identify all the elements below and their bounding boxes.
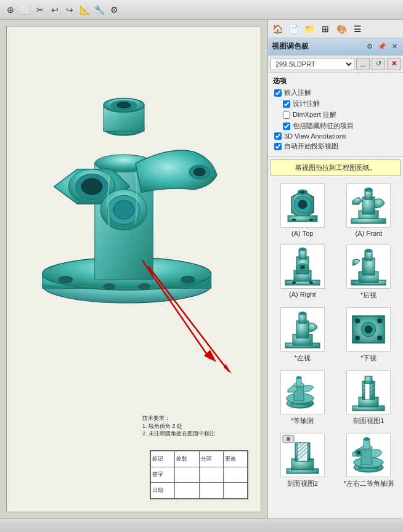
view-label-front: (A) Front — [356, 230, 382, 237]
view-item-bottom[interactable]: *下视 — [337, 305, 401, 365]
view-thumbnail-right — [280, 244, 325, 289]
svg-point-69 — [377, 336, 382, 341]
svg-rect-76 — [296, 377, 301, 386]
view-thumbnail-top — [280, 183, 325, 228]
panel-palette-icon[interactable]: 🎨 — [335, 22, 348, 36]
view-item-front[interactable]: (A) Front — [337, 181, 401, 240]
view-item-top[interactable]: (A) Top — [271, 181, 335, 240]
checkbox-hidden[interactable] — [283, 123, 290, 130]
view-item-left[interactable]: *左视 — [271, 305, 335, 365]
view-label-bottom: *下视 — [360, 353, 377, 363]
svg-marker-43 — [352, 197, 362, 204]
view-item-iso[interactable]: *等轴测 — [271, 368, 335, 428]
view-label-dimetric: *左右二等角轴测 — [344, 479, 394, 488]
toolbar-icon-1[interactable]: ⊕ — [5, 4, 16, 15]
toolbar-icon-3[interactable]: ✂ — [35, 4, 46, 15]
view-label-top: (A) Top — [291, 230, 313, 237]
panel-icons-row: 🏠 📄 📁 ⊞ 🎨 ☰ — [268, 20, 403, 38]
panel-close-btn[interactable]: ✕ — [389, 42, 399, 52]
panel-title-actions: ⚙ 📌 ✕ — [365, 42, 399, 52]
svg-point-32 — [298, 200, 307, 209]
view-item-section2[interactable]: 剖面视图2 — [271, 430, 335, 491]
panel-grid-icon[interactable]: ⊞ — [319, 22, 332, 36]
options-title: 选项 — [273, 76, 398, 86]
panel-list-icon[interactable]: ☰ — [351, 22, 364, 36]
svg-point-106 — [357, 451, 360, 454]
file-refresh-btn[interactable]: ↺ — [372, 58, 385, 70]
toolbar-icon-4[interactable]: ↩ — [49, 4, 60, 15]
view-label-iso: *等轴测 — [291, 416, 314, 425]
views-row-3: *左视 — [271, 305, 401, 365]
model-area — [19, 39, 229, 334]
svg-point-25 — [113, 201, 134, 219]
svg-point-66 — [355, 318, 360, 323]
toolbar-icon-7[interactable]: 🔧 — [94, 4, 105, 15]
option-row-3dview: 3D View Annotations — [273, 132, 398, 140]
hint-bar: 将视图拖拉到工程图图纸。 — [271, 159, 401, 176]
options-section: 选项 输入注解 设计注解 DimXpert 注解 包括隐藏特征的项目 — [268, 73, 403, 157]
svg-point-99 — [287, 438, 289, 440]
svg-point-37 — [309, 219, 313, 221]
toolbar-icon-5[interactable]: ↪ — [64, 4, 75, 15]
svg-point-4 — [181, 276, 195, 283]
view-item-section1[interactable]: 剖面视图1 — [337, 368, 401, 428]
toolbar-icon-6[interactable]: 📐 — [79, 4, 90, 15]
svg-point-34 — [300, 191, 305, 193]
svg-point-17 — [193, 168, 205, 176]
svg-point-68 — [355, 336, 360, 341]
title-block: 标记 处数 分区 更改 签字 日期 — [150, 450, 248, 499]
view-label-right: (A) Right — [289, 291, 315, 298]
svg-point-6 — [139, 284, 150, 289]
svg-rect-35 — [288, 216, 317, 222]
toolbar-icon-2[interactable]: ⬜ — [20, 4, 31, 15]
svg-point-42 — [365, 188, 372, 191]
svg-point-77 — [296, 376, 301, 379]
option-label-design-annot: 设计注解 — [293, 99, 320, 108]
checkbox-dimxpert[interactable] — [283, 111, 290, 119]
file-dropdown[interactable]: 299.SLDPRT — [271, 58, 354, 70]
svg-rect-86 — [365, 381, 370, 400]
view-item-back[interactable]: *后视 — [337, 242, 401, 302]
view-label-left: *左视 — [295, 353, 311, 363]
svg-point-3 — [59, 276, 73, 283]
svg-point-52 — [309, 281, 313, 284]
view-thumbnail-bottom — [346, 307, 391, 352]
option-label-3dview: 3D View Annotations — [284, 132, 346, 140]
panel-home-icon[interactable]: 🏠 — [271, 22, 284, 36]
view-thumbnail-section1 — [346, 370, 391, 414]
model-svg — [19, 39, 229, 334]
svg-marker-29 — [224, 364, 232, 374]
svg-rect-39 — [351, 219, 386, 224]
svg-point-22 — [117, 102, 131, 108]
checkbox-auto-proj[interactable] — [274, 143, 282, 150]
annotation-text: 技术要求： 1. 锐角倒角 2 处 2. 未注明圆角处在图面中标注 — [142, 414, 215, 438]
svg-point-5 — [104, 284, 115, 289]
view-thumbnail-left — [280, 307, 325, 352]
svg-point-51 — [292, 281, 296, 284]
panel-folder-icon[interactable]: 📁 — [303, 22, 316, 36]
panel-title-bar: 视图调色板 ⚙ 📌 ✕ — [268, 38, 403, 55]
view-item-dimetric[interactable]: *左右二等角轴测 — [337, 430, 401, 491]
option-row-dimxpert: DimXpert 注解 — [273, 110, 398, 119]
panel-page-icon[interactable]: 📄 — [287, 22, 300, 36]
svg-point-62 — [299, 312, 306, 315]
panel-pin-btn[interactable]: 📌 — [377, 42, 387, 52]
status-bar — [0, 518, 403, 532]
content-area: 技术要求： 1. 锐角倒角 2 处 2. 未注明圆角处在图面中标注 标记 处数 … — [0, 20, 403, 518]
option-label-auto-proj: 自动开始投影视图 — [284, 142, 338, 151]
file-close-btn[interactable]: ✕ — [387, 58, 401, 70]
panel-settings-btn[interactable]: ⚙ — [365, 42, 375, 52]
svg-point-65 — [365, 326, 372, 333]
checkbox-input-annot[interactable] — [274, 89, 282, 97]
toolbar-icon-8[interactable]: ⚙ — [108, 4, 120, 15]
cad-area: 技术要求： 1. 锐角倒角 2 处 2. 未注明圆角处在图面中标注 标记 处数 … — [0, 20, 267, 518]
view-label-back: *后视 — [360, 291, 377, 300]
checkbox-design-annot[interactable] — [283, 100, 290, 108]
checkbox-3dview[interactable] — [274, 132, 282, 140]
views-grid: (A) Top — [268, 179, 403, 518]
file-browse-btn[interactable]: ... — [356, 58, 370, 70]
option-row-design-annot: 设计注解 — [273, 99, 398, 108]
view-item-right[interactable]: (A) Right — [271, 242, 335, 302]
svg-point-48 — [299, 248, 306, 251]
option-label-dimxpert: DimXpert 注解 — [293, 110, 336, 119]
